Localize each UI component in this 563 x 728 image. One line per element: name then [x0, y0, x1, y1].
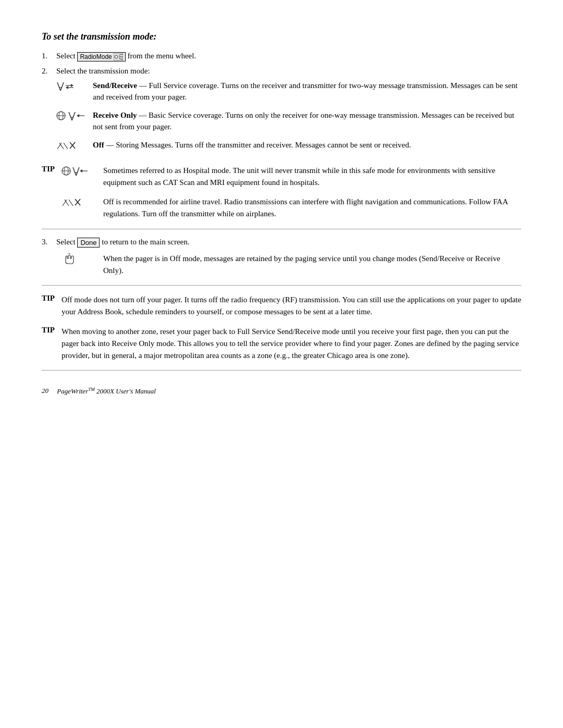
mode-receive-only-desc: — Basic Service coverage. Turns on only …: [93, 111, 515, 131]
send-receive-icon: [56, 80, 83, 92]
svg-marker-39: [68, 253, 70, 254]
step-2-text: Select the transmission mode:: [56, 67, 150, 75]
mode-send-receive-desc: — Full Service coverage. Turns on the re…: [93, 81, 518, 102]
svg-line-15: [69, 112, 72, 120]
svg-line-22: [64, 143, 68, 149]
mode-off-term: Off: [93, 141, 104, 149]
tip-3-text: Off mode does not turn off your pager. I…: [62, 294, 521, 318]
tip-2-label-empty: [42, 196, 62, 205]
step-1-text-before: Select: [56, 52, 76, 60]
off-icon: [56, 140, 88, 151]
section-title: To set the transmission mode:: [42, 31, 521, 42]
note-1-label-empty: [42, 253, 62, 262]
tip-2-text: Off is recommended for airline travel. R…: [103, 196, 521, 220]
svg-marker-19: [77, 114, 79, 117]
footer-page-number: 20: [42, 387, 48, 395]
radiomode-icon: [114, 53, 123, 60]
svg-line-34: [65, 200, 69, 206]
svg-point-1: [115, 55, 118, 58]
tip-3: TIP Off mode does not turn off your page…: [42, 294, 521, 318]
trademark-symbol: TM: [88, 386, 95, 391]
hand-arrow-icon: [62, 253, 77, 265]
tip-1-label: TIP: [42, 165, 62, 174]
step-3-text-before: Select: [56, 238, 76, 246]
tip-1-text: Sometimes referred to as Hospital mode. …: [103, 165, 521, 189]
step-1-number: 1.: [42, 52, 56, 60]
mode-receive-only-term: Receive Only: [93, 111, 137, 119]
mode-receive-only-content: Receive Only — Basic Service coverage. T…: [93, 109, 521, 133]
note-1-text: When the pager is in Off mode, messages …: [103, 253, 521, 277]
done-button-label: Done: [80, 239, 96, 246]
svg-line-29: [76, 167, 79, 176]
divider-2: [42, 285, 521, 286]
svg-line-28: [73, 167, 76, 176]
step-1-content: Select RadioMode from the menu wheel.: [56, 52, 521, 61]
mode-send-receive: Send/Receive — Full Service coverage. Tu…: [56, 80, 521, 103]
tip-4: TIP When moving to another zone, reset y…: [42, 326, 521, 362]
step-1: 1. Select RadioMode from the menu wheel.: [42, 52, 521, 61]
page-footer: 20 PageWriterTM 2000X User's Manual: [42, 386, 521, 395]
svg-line-5: [57, 82, 60, 91]
page-content: To set the transmission mode: 1. Select …: [42, 31, 521, 396]
svg-line-20: [57, 143, 62, 149]
note-1: When the pager is in Off mode, messages …: [42, 253, 521, 277]
tip-4-label: TIP: [42, 326, 62, 335]
receive-only-icon: [56, 110, 88, 121]
receive-only-icon-area: [56, 109, 93, 121]
off-icon-area: [56, 139, 93, 151]
svg-line-16: [72, 112, 75, 120]
done-button[interactable]: Done: [77, 238, 100, 248]
note-1-icon-area: [62, 253, 103, 265]
footer-product-name: PageWriterTM 2000X User's Manual: [57, 387, 156, 395]
tip-2-icon: [62, 196, 93, 208]
svg-marker-11: [66, 86, 68, 89]
modes-list: Send/Receive — Full Service coverage. Tu…: [56, 80, 521, 151]
step-2-number: 2.: [42, 67, 56, 76]
mode-send-receive-term: Send/Receive: [93, 81, 137, 90]
send-receive-icon-area: [56, 80, 93, 92]
divider-3: [42, 370, 521, 371]
step-1-text-after: from the menu wheel.: [128, 52, 197, 60]
mode-receive-only: Receive Only — Basic Service coverage. T…: [56, 109, 521, 133]
svg-marker-9: [71, 84, 74, 87]
radiomode-button[interactable]: RadioMode: [77, 52, 125, 61]
step-3-text-after: to return to the main screen.: [102, 238, 189, 246]
mode-off-desc: — Storing Messages. Turns off the transm…: [106, 141, 411, 149]
tip-4-text: When moving to another zone, reset your …: [62, 326, 521, 362]
svg-line-35: [69, 200, 73, 206]
mode-off-content: Off — Storing Messages. Turns off the tr…: [93, 139, 521, 151]
tip-hospital: TIP Sometimes referred to as Hospital mo…: [42, 165, 521, 189]
svg-line-4: [119, 58, 123, 59]
tip-2-icons: [62, 196, 103, 208]
step-3-content: Select Done to return to the main screen…: [56, 238, 521, 248]
mode-send-receive-content: Send/Receive — Full Service coverage. Tu…: [93, 80, 521, 103]
svg-line-6: [60, 82, 64, 91]
steps-list: 1. Select RadioMode from the menu wheel.: [42, 52, 521, 157]
radiomode-label: RadioMode: [80, 53, 112, 60]
tip-1-icon: [62, 165, 89, 177]
step-2: 2. Select the transmission mode:: [42, 67, 521, 157]
svg-marker-32: [80, 169, 82, 172]
divider-1: [42, 229, 521, 229]
step-3-number: 3.: [42, 238, 56, 246]
tip-3-label: TIP: [42, 294, 62, 303]
tip-1-icons: [62, 165, 103, 177]
svg-line-33: [63, 200, 67, 206]
step-2-content: Select the transmission mode:: [56, 67, 521, 157]
tip-airline: Off is recommended for airline travel. R…: [42, 196, 521, 220]
svg-line-2: [119, 54, 123, 55]
svg-line-21: [59, 143, 64, 149]
mode-off: Off — Storing Messages. Turns off the tr…: [56, 139, 521, 151]
step-3: 3. Select Done to return to the main scr…: [42, 238, 521, 248]
